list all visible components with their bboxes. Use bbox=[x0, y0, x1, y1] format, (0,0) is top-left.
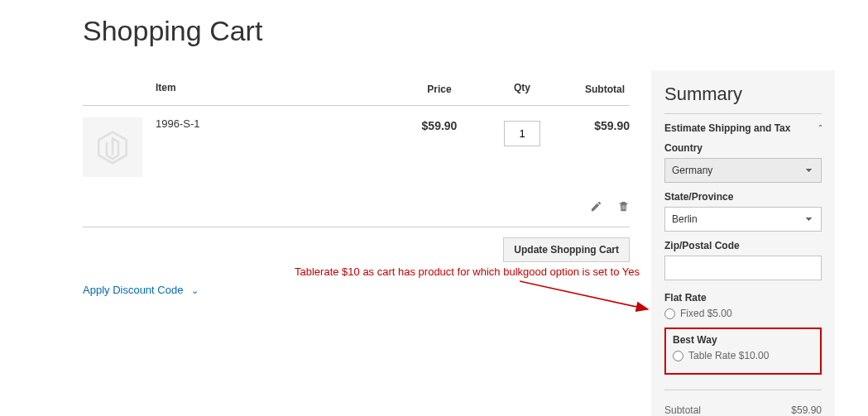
flat-rate-label: Fixed $5.00 bbox=[680, 308, 732, 319]
country-label: Country bbox=[664, 142, 822, 154]
zip-input[interactable] bbox=[664, 256, 822, 280]
best-way-label: Table Rate $10.00 bbox=[688, 350, 769, 361]
subtotal-value: $59.90 bbox=[791, 404, 822, 416]
best-way-highlight: Best Way Table Rate $10.00 bbox=[664, 328, 822, 375]
zip-label: Zip/Postal Code bbox=[664, 240, 822, 251]
state-label: State/Province bbox=[664, 191, 822, 203]
apply-discount-toggle[interactable]: Apply Discount Code ⌄ bbox=[83, 284, 630, 296]
best-way-title: Best Way bbox=[673, 334, 813, 346]
flat-rate-radio[interactable] bbox=[664, 308, 675, 319]
product-image-placeholder bbox=[83, 117, 142, 177]
product-price: $59.90 bbox=[390, 106, 489, 189]
product-subtotal: $59.90 bbox=[555, 106, 630, 189]
page-title: Shopping Cart bbox=[83, 15, 835, 47]
estimate-label: Estimate Shipping and Tax bbox=[664, 122, 790, 134]
chevron-up-icon: ˆ bbox=[819, 124, 822, 133]
state-select[interactable]: Berlin bbox=[664, 207, 822, 232]
estimate-toggle[interactable]: Estimate Shipping and Tax ˆ bbox=[664, 122, 822, 134]
magento-icon bbox=[94, 129, 131, 165]
cart-table: Item Price Qty Subtotal 1996-S-1 bbox=[83, 70, 630, 227]
qty-input[interactable] bbox=[504, 121, 540, 146]
summary-title: Summary bbox=[664, 84, 822, 114]
best-way-option[interactable]: Table Rate $10.00 bbox=[673, 350, 813, 361]
best-way-radio[interactable] bbox=[673, 351, 683, 361]
flat-rate-option[interactable]: Fixed $5.00 bbox=[664, 308, 822, 319]
pencil-icon bbox=[590, 200, 602, 213]
col-header-qty: Qty bbox=[489, 70, 555, 106]
subtotal-label: Subtotal bbox=[664, 404, 701, 416]
trash-icon bbox=[617, 200, 630, 213]
update-cart-button[interactable]: Update Shopping Cart bbox=[503, 237, 630, 262]
cart-main: Item Price Qty Subtotal 1996-S-1 bbox=[83, 70, 630, 416]
totals-block: Subtotal $59.90 Product Fee $10.00 Tax $… bbox=[664, 390, 822, 416]
col-header-item: Item bbox=[156, 70, 390, 106]
flat-rate-title: Flat Rate bbox=[664, 292, 822, 304]
summary-sidebar: Summary Estimate Shipping and Tax ˆ Coun… bbox=[651, 70, 835, 416]
edit-item-button[interactable] bbox=[590, 200, 602, 215]
col-header-price: Price bbox=[390, 70, 489, 106]
col-header-subtotal: Subtotal bbox=[555, 70, 630, 106]
chevron-down-icon: ⌄ bbox=[191, 285, 199, 296]
cart-row: 1996-S-1 $59.90 $59.90 bbox=[83, 106, 630, 189]
apply-discount-label: Apply Discount Code bbox=[83, 284, 183, 296]
product-name: 1996-S-1 bbox=[156, 106, 390, 189]
remove-item-button[interactable] bbox=[617, 200, 630, 215]
country-select[interactable]: Germany bbox=[664, 158, 822, 183]
